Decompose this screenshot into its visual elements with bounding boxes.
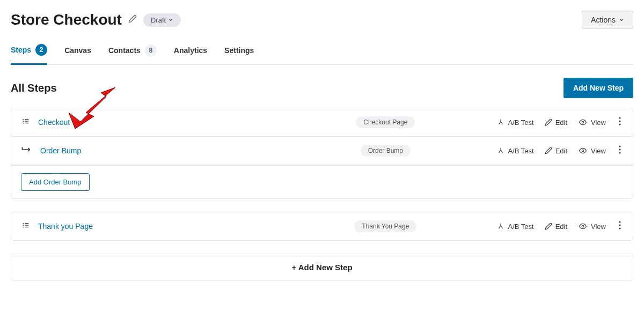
- tab-contacts[interactable]: Contacts 8: [108, 44, 157, 64]
- more-icon[interactable]: [617, 145, 623, 156]
- edit-action[interactable]: Edit: [545, 119, 567, 127]
- tab-canvas[interactable]: Canvas: [64, 44, 91, 64]
- svg-point-18: [23, 225, 24, 226]
- ab-test-label: A/B Test: [508, 147, 533, 155]
- more-icon[interactable]: [617, 117, 623, 128]
- pencil-icon: [545, 147, 552, 154]
- tab-label: Settings: [224, 46, 254, 55]
- step-right: A/B Test Edit View: [497, 221, 623, 232]
- step-group: Checkout Checkout Page A/B Test Edit Vie…: [11, 108, 633, 199]
- view-action[interactable]: View: [578, 223, 606, 231]
- svg-point-13: [619, 152, 620, 153]
- pencil-icon: [545, 223, 552, 230]
- svg-point-17: [23, 223, 24, 224]
- step-title-link[interactable]: Thank you Page: [38, 222, 93, 231]
- view-label: View: [591, 223, 606, 231]
- svg-point-12: [619, 149, 620, 150]
- view-label: View: [591, 119, 606, 127]
- ab-test-label: A/B Test: [508, 119, 533, 127]
- view-action[interactable]: View: [578, 119, 606, 127]
- edit-label: Edit: [555, 223, 567, 231]
- edit-action[interactable]: Edit: [545, 223, 567, 231]
- step-right: A/B Test Edit View: [497, 117, 623, 128]
- add-new-step-bar[interactable]: + Add New Step: [11, 254, 633, 281]
- svg-point-11: [619, 145, 620, 147]
- step-left: Thank you Page: [21, 221, 274, 231]
- chevron-down-icon: [168, 17, 173, 23]
- tab-label: Canvas: [64, 46, 91, 55]
- step-left: Checkout: [21, 117, 274, 127]
- tab-badge: 2: [35, 44, 47, 56]
- tab-label: Contacts: [108, 46, 141, 55]
- step-row: Thank you Page Thank You Page A/B Test E…: [11, 212, 633, 240]
- step-right: A/B Test Edit View: [497, 145, 623, 156]
- section-head: All Steps Add New Step: [11, 78, 633, 98]
- view-action[interactable]: View: [578, 147, 606, 155]
- step-mid: Checkout Page: [274, 116, 497, 128]
- svg-point-8: [619, 120, 620, 122]
- step-row: Checkout Checkout Page A/B Test Edit Vie…: [11, 108, 633, 137]
- svg-point-10: [582, 150, 584, 152]
- add-new-step-button[interactable]: Add New Step: [564, 78, 633, 98]
- split-icon: [497, 223, 504, 230]
- actions-button[interactable]: Actions: [582, 11, 633, 29]
- step-mid: Thank You Page: [274, 220, 497, 232]
- group-footer: Add Order Bump: [11, 165, 633, 198]
- list-icon: [21, 117, 31, 127]
- tabs: Steps 2 Canvas Contacts 8 Analytics Sett…: [11, 44, 633, 65]
- eye-icon: [578, 223, 588, 230]
- step-title-link[interactable]: Checkout: [38, 118, 70, 127]
- step-type-badge: Checkout Page: [356, 116, 415, 128]
- eye-icon: [578, 119, 588, 126]
- step-group: Thank you Page Thank You Page A/B Test E…: [11, 212, 633, 241]
- ab-test-action[interactable]: A/B Test: [497, 223, 533, 231]
- step-mid: Order Bump: [274, 145, 497, 157]
- step-title-link[interactable]: Order Bump: [40, 146, 81, 155]
- tab-analytics[interactable]: Analytics: [174, 44, 207, 64]
- tab-badge: 8: [145, 45, 157, 56]
- ab-test-action[interactable]: A/B Test: [497, 147, 533, 155]
- page-title: Store Checkout: [11, 11, 122, 28]
- chevron-down-icon: [619, 17, 624, 23]
- svg-point-3: [23, 119, 24, 120]
- edit-label: Edit: [555, 147, 567, 155]
- edit-action[interactable]: Edit: [545, 147, 567, 155]
- svg-point-4: [23, 121, 24, 122]
- ab-test-label: A/B Test: [508, 223, 533, 231]
- svg-point-19: [23, 227, 24, 228]
- tab-settings[interactable]: Settings: [224, 44, 254, 64]
- status-pill[interactable]: Draft: [143, 13, 181, 27]
- branch-icon: [21, 146, 33, 156]
- svg-point-20: [582, 225, 584, 227]
- edit-title-icon[interactable]: [128, 14, 137, 25]
- view-label: View: [591, 147, 606, 155]
- section-title: All Steps: [11, 82, 57, 94]
- status-label: Draft: [151, 16, 166, 24]
- tab-label: Steps: [11, 46, 31, 54]
- tab-steps[interactable]: Steps 2: [11, 44, 47, 65]
- list-icon: [21, 221, 31, 231]
- edit-label: Edit: [555, 119, 567, 127]
- more-icon[interactable]: [617, 221, 623, 232]
- step-left: Order Bump: [21, 146, 274, 156]
- svg-point-22: [619, 224, 620, 226]
- header-left: Store Checkout Draft: [11, 11, 181, 28]
- add-order-bump-button[interactable]: Add Order Bump: [21, 173, 90, 191]
- svg-point-9: [619, 123, 620, 125]
- actions-label: Actions: [591, 16, 616, 24]
- step-type-badge: Thank You Page: [354, 220, 416, 232]
- pencil-icon: [545, 119, 552, 126]
- step-type-badge: Order Bump: [361, 145, 411, 157]
- eye-icon: [578, 147, 588, 154]
- ab-test-action[interactable]: A/B Test: [497, 119, 533, 127]
- svg-point-7: [619, 117, 620, 119]
- split-icon: [497, 119, 504, 126]
- svg-point-6: [582, 121, 584, 123]
- split-icon: [497, 147, 504, 154]
- page-header: Store Checkout Draft Actions: [11, 11, 633, 29]
- tab-label: Analytics: [174, 46, 207, 55]
- svg-point-5: [23, 123, 24, 124]
- step-row: Order Bump Order Bump A/B Test Edit View: [11, 137, 633, 165]
- svg-point-21: [619, 221, 620, 223]
- svg-point-23: [619, 227, 620, 229]
